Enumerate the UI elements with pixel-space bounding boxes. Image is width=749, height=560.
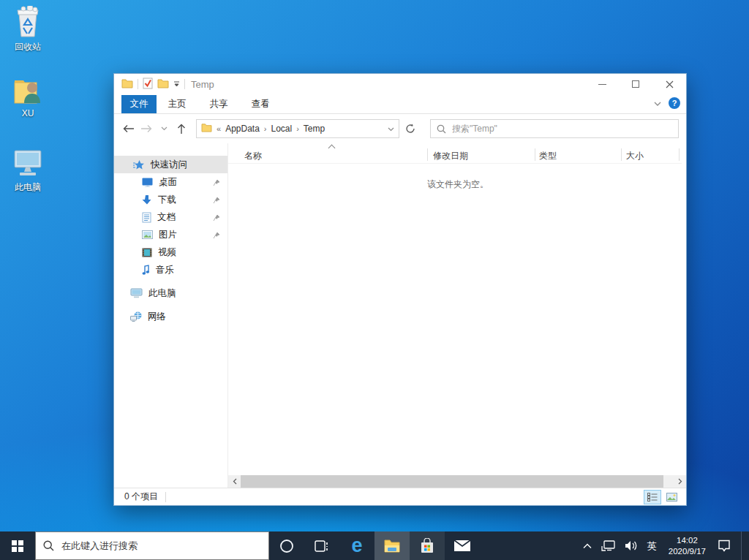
- back-button[interactable]: [120, 120, 138, 137]
- windows-logo-icon: [12, 540, 23, 552]
- taskbar-search-input[interactable]: [61, 540, 261, 551]
- quick-access-star-icon: [133, 159, 145, 170]
- breadcrumb-separator[interactable]: ›: [296, 124, 299, 133]
- input-language-indicator[interactable]: 英: [645, 531, 659, 560]
- details-view-button[interactable]: [644, 490, 661, 504]
- start-button[interactable]: [0, 531, 35, 560]
- action-center-button[interactable]: [715, 531, 733, 560]
- store-icon: [419, 538, 435, 554]
- volume-button[interactable]: [622, 531, 640, 560]
- show-desktop-button[interactable]: [741, 531, 745, 560]
- explorer-search-box[interactable]: [430, 119, 679, 138]
- scrollbar-track[interactable]: [241, 475, 674, 488]
- tab-share[interactable]: 共享: [201, 95, 236, 113]
- tab-file[interactable]: 文件: [121, 95, 157, 113]
- column-name[interactable]: 名称: [244, 150, 262, 162]
- forward-button[interactable]: [138, 120, 155, 137]
- window-folder-icon: [121, 78, 133, 91]
- customize-qat-dropdown[interactable]: [173, 79, 180, 89]
- address-folder-icon: [201, 123, 212, 135]
- close-button[interactable]: [652, 74, 686, 94]
- breadcrumb-appdata[interactable]: AppData: [225, 124, 260, 134]
- nav-item-music[interactable]: 音乐: [114, 261, 227, 279]
- chevron-left-icon: [233, 478, 237, 485]
- thumbnail-view-icon: [666, 493, 677, 502]
- properties-button[interactable]: [143, 77, 153, 91]
- file-list-area: 名称 修改日期 类型 大小 该文件夹为空。: [228, 143, 686, 488]
- column-divider[interactable]: [427, 148, 428, 161]
- expand-ribbon-button[interactable]: [654, 98, 661, 108]
- column-size[interactable]: 大小: [626, 150, 644, 162]
- nav-item-desktop[interactable]: 桌面: [114, 173, 227, 191]
- breadcrumb-local[interactable]: Local: [271, 124, 293, 134]
- scroll-left-button[interactable]: [228, 475, 241, 488]
- scrollbar-thumb[interactable]: [241, 475, 663, 488]
- maximize-button[interactable]: [619, 74, 652, 94]
- horizontal-scrollbar[interactable]: [228, 475, 686, 488]
- chevron-up-icon: [583, 543, 592, 549]
- search-icon: [43, 540, 54, 551]
- title-bar[interactable]: Temp: [114, 74, 686, 94]
- nav-item-label: 桌面: [159, 176, 177, 189]
- show-hidden-icons-button[interactable]: [581, 531, 594, 560]
- edge-button[interactable]: e: [339, 531, 374, 560]
- recent-locations-dropdown[interactable]: [155, 120, 173, 137]
- large-icons-view-button[interactable]: [663, 490, 680, 504]
- desktop-icon-this-pc[interactable]: 此电脑: [4, 146, 51, 194]
- microsoft-store-button[interactable]: [410, 531, 445, 560]
- nav-item-videos[interactable]: 视频: [114, 243, 227, 261]
- pin-icon: [213, 231, 220, 241]
- address-bar[interactable]: « AppData › Local › Temp: [196, 119, 399, 138]
- desktop-icon-recycle-bin[interactable]: 回收站: [4, 6, 51, 53]
- tab-home[interactable]: 主页: [159, 95, 195, 113]
- breadcrumb-separator[interactable]: ›: [264, 124, 267, 133]
- scroll-right-button[interactable]: [674, 475, 686, 488]
- address-overflow-chevron[interactable]: «: [217, 124, 221, 133]
- explorer-search-input[interactable]: [452, 124, 672, 134]
- file-explorer-taskbar-button[interactable]: [374, 531, 410, 560]
- minimize-button[interactable]: [585, 74, 619, 94]
- taskbar-clock[interactable]: 14:02 2020/9/17: [664, 535, 710, 557]
- nav-item-this-pc[interactable]: 此电脑: [114, 284, 227, 302]
- music-icon: [142, 265, 150, 276]
- help-button[interactable]: ?: [669, 97, 680, 109]
- nav-item-quick-access[interactable]: 快速访问: [114, 156, 227, 173]
- sort-ascending-icon: [328, 145, 336, 152]
- window-title: Temp: [191, 79, 214, 90]
- column-type[interactable]: 类型: [539, 150, 557, 162]
- documents-icon: [142, 212, 151, 223]
- toolbar-separator: [138, 79, 138, 89]
- address-dropdown[interactable]: [388, 124, 394, 134]
- status-separator: [165, 492, 166, 502]
- new-folder-button[interactable]: [157, 78, 169, 91]
- quick-access-toolbar: Temp: [114, 77, 585, 91]
- network-icon: [601, 540, 615, 552]
- column-divider[interactable]: [679, 148, 680, 161]
- refresh-button[interactable]: [399, 119, 421, 138]
- up-button[interactable]: [173, 120, 190, 137]
- this-pc-icon: [4, 146, 51, 178]
- nav-item-documents[interactable]: 文档: [114, 208, 227, 226]
- breadcrumb-temp[interactable]: Temp: [304, 124, 325, 134]
- taskbar-search-box[interactable]: [35, 531, 269, 560]
- desktop-icon-label: XU: [4, 108, 51, 118]
- nav-item-label: 视频: [158, 246, 176, 259]
- nav-item-downloads[interactable]: 下载: [114, 191, 227, 208]
- close-icon: [666, 80, 674, 88]
- nav-item-network[interactable]: 网络: [114, 308, 227, 325]
- explorer-main: 快速访问 桌面 下载: [114, 143, 686, 488]
- status-bar: 0 个项目: [114, 488, 686, 505]
- desktop-icon-user-folder[interactable]: XU: [4, 73, 51, 118]
- column-divider[interactable]: [621, 148, 622, 161]
- pin-icon: [213, 196, 220, 206]
- column-date-modified[interactable]: 修改日期: [433, 150, 468, 162]
- task-view-button[interactable]: [304, 531, 339, 560]
- nav-item-pictures[interactable]: 图片: [114, 226, 227, 243]
- network-status-button[interactable]: [599, 531, 617, 560]
- mail-button[interactable]: [445, 531, 480, 560]
- column-divider[interactable]: [535, 148, 535, 161]
- tab-label: 主页: [168, 98, 187, 110]
- tab-view[interactable]: 查看: [243, 95, 278, 113]
- cortana-button[interactable]: [269, 531, 304, 560]
- window-controls: [585, 74, 686, 94]
